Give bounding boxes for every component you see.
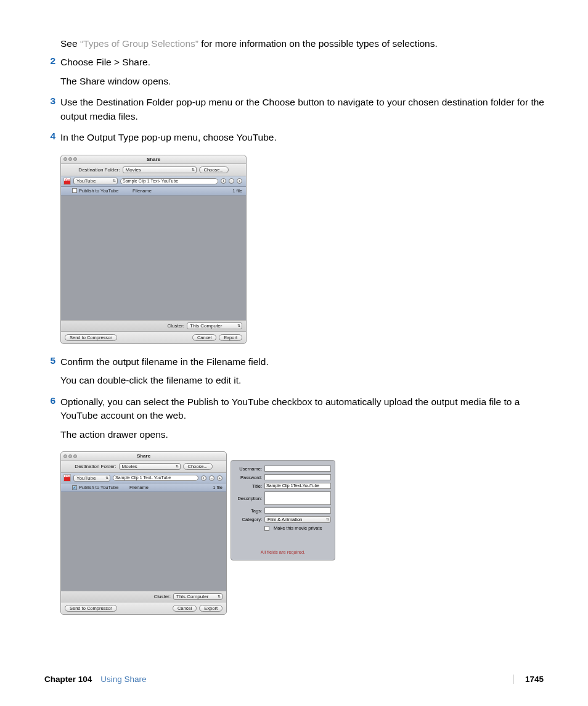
cancel-button[interactable]: Cancel: [173, 605, 197, 612]
username-label: Username:: [235, 466, 262, 472]
step-6b: The action drawer opens.: [60, 428, 545, 441]
filename-header: Filename: [133, 188, 200, 194]
intro-see: See: [60, 38, 80, 49]
destination-folder-select[interactable]: Movies⇅: [119, 463, 181, 470]
youtube-icon: [63, 178, 71, 185]
description-label: Description:: [235, 496, 262, 501]
destination-label: Destination Folder:: [75, 464, 116, 469]
cluster-label: Cluster:: [153, 594, 171, 599]
job-list-area: [61, 492, 226, 591]
category-label: Category:: [235, 517, 262, 522]
choose-button[interactable]: Choose...: [183, 463, 213, 470]
file-count: 1 file: [190, 485, 223, 490]
info-button[interactable]: i: [221, 178, 226, 184]
publish-label: Publish to YouTube: [79, 485, 118, 490]
step-number-2: 2: [43, 55, 60, 93]
choose-button[interactable]: Choose...: [199, 166, 229, 173]
share-window: Share Destination Folder: Movies⇅ Choose…: [60, 155, 247, 344]
youtube-drawer: Username: Password: Title:Sample Clip 1T…: [231, 460, 335, 560]
window-title-2: Share: [61, 453, 226, 459]
youtube-icon: [63, 474, 71, 482]
share-window-2: Share Destination Folder: Movies⇅ Choose…: [60, 451, 227, 615]
cancel-button[interactable]: Cancel: [192, 334, 216, 341]
required-label: All fields are required.: [235, 549, 331, 555]
send-to-compressor-button[interactable]: Send to Compressor: [65, 334, 117, 341]
filename-field[interactable]: Sample Clip 1Text-YouTube: [113, 475, 198, 481]
page-number: 1745: [513, 675, 544, 684]
step-number-4: 4: [43, 131, 60, 149]
private-label: Make this movie private: [274, 525, 322, 531]
filename-header: Filename: [129, 485, 185, 490]
figure-share-window: Share Destination Folder: Movies⇅ Choose…: [43, 155, 545, 344]
step-4a: In the Output Type pop-up menu, choose Y…: [60, 131, 545, 144]
export-button[interactable]: Export: [219, 334, 242, 341]
step-number-3: 3: [43, 96, 60, 128]
cluster-select[interactable]: This Computer⇅: [173, 593, 223, 600]
step-3a: Use the Destination Folder pop-up menu o…: [60, 96, 545, 123]
step-5b: You can double-click the filename to edi…: [60, 374, 545, 387]
cluster-label: Cluster:: [167, 323, 184, 329]
chapter-label: Chapter 104: [44, 675, 92, 684]
step-2b: The Share window opens.: [60, 75, 545, 88]
tags-input[interactable]: [264, 507, 331, 514]
publish-checkbox-checked[interactable]: ✓: [72, 485, 77, 490]
password-input[interactable]: [264, 474, 331, 480]
step-6a: Optionally, you can select the Publish t…: [60, 395, 545, 423]
private-checkbox[interactable]: [264, 526, 269, 531]
remove-button[interactable]: −: [229, 178, 234, 184]
output-type-select[interactable]: YouTube⇅: [73, 475, 110, 482]
cluster-select[interactable]: This Computer⇅: [187, 322, 242, 329]
intro-line: See “Types of Group Selections” for more…: [43, 37, 545, 51]
step-5a: Confirm the output filename in the Filen…: [60, 355, 545, 369]
output-type-select[interactable]: YouTube⇅: [73, 178, 118, 184]
window-title: Share: [61, 157, 246, 162]
password-label: Password:: [235, 475, 262, 480]
destination-folder-select[interactable]: Movies⇅: [123, 166, 197, 173]
publish-checkbox-wrap[interactable]: Publish to YouTube: [72, 188, 128, 194]
username-input[interactable]: [264, 466, 331, 472]
title-label: Title:: [235, 483, 262, 489]
file-count: 1 file: [205, 188, 242, 194]
destination-label: Destination Folder:: [78, 167, 120, 173]
publish-checkbox-wrap[interactable]: ✓ Publish to YouTube: [72, 485, 125, 490]
step-number-5: 5: [43, 355, 60, 393]
add-button[interactable]: +: [237, 178, 242, 184]
category-select[interactable]: Film & Animation⇅: [264, 516, 331, 523]
titlebar-2: Share: [61, 452, 226, 461]
remove-button[interactable]: −: [209, 475, 214, 481]
info-button[interactable]: i: [201, 475, 206, 481]
title-input[interactable]: Sample Clip 1Text-YouTube: [264, 483, 331, 489]
filename-field[interactable]: Sample Clip 1Text-YouTube: [120, 178, 218, 184]
figure-share-with-drawer: Share Destination Folder: Movies⇅ Choose…: [43, 451, 545, 615]
send-to-compressor-button[interactable]: Send to Compressor: [65, 605, 117, 612]
tags-label: Tags:: [235, 508, 262, 514]
export-button[interactable]: Export: [199, 605, 223, 612]
publish-label: Publish to YouTube: [79, 188, 118, 194]
intro-rest: for more information on the possible typ…: [198, 38, 438, 49]
add-button[interactable]: +: [217, 475, 223, 481]
description-input[interactable]: [264, 491, 331, 505]
intro-link[interactable]: “Types of Group Selections”: [80, 38, 198, 49]
page-footer: Chapter 104 Using Share 1745: [0, 675, 588, 684]
publish-checkbox[interactable]: [72, 188, 77, 193]
step-number-6: 6: [43, 395, 60, 446]
titlebar: Share: [61, 155, 246, 164]
job-list-area: [61, 195, 246, 320]
chapter-title[interactable]: Using Share: [100, 675, 146, 684]
step-2a: Choose File > Share.: [60, 55, 545, 69]
